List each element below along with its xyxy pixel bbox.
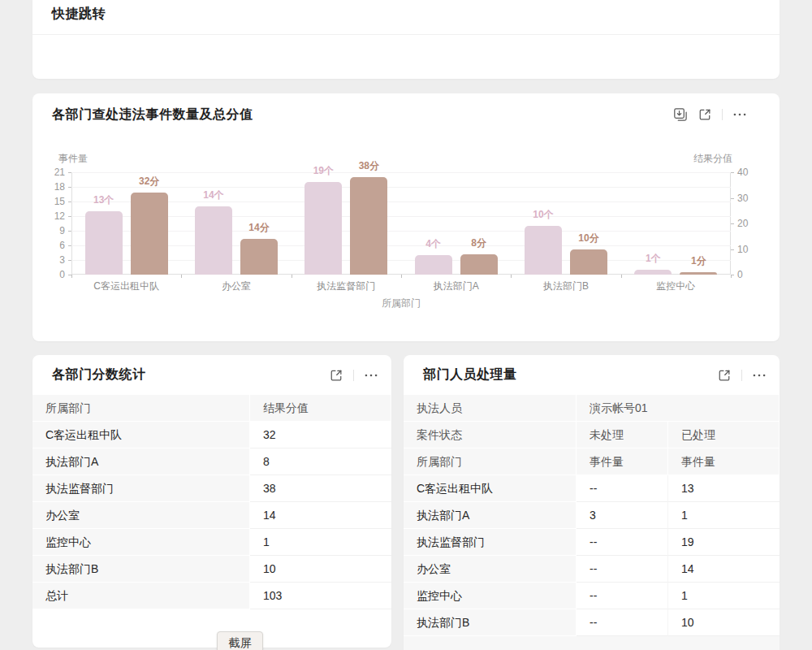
left-axis-tick: 0 <box>32 268 65 281</box>
table-cell: 32 <box>250 422 391 448</box>
chart-card: 各部门查处违法事件数量及总分值 <box>32 93 780 341</box>
left-axis-tickmark <box>68 216 71 217</box>
staff-table-partial-row <box>404 636 780 650</box>
table-header-cell: 所属部门 <box>32 395 250 422</box>
bar-事件量 <box>525 226 562 275</box>
table-header-cell: 事件量 <box>577 448 668 475</box>
category-label: C客运出租中队 <box>71 280 181 293</box>
left-axis-tickmark <box>68 202 71 202</box>
table-row: 总计103 <box>32 583 391 609</box>
table-row: 监控中心1 <box>32 529 391 556</box>
table-cell: 办公室 <box>32 502 250 529</box>
left-axis-tickmark <box>68 231 71 232</box>
table-header-cell: 案件状态 <box>404 422 577 448</box>
score-card-title: 各部门分数统计 <box>52 366 146 384</box>
right-axis-tick: 20 <box>737 217 770 230</box>
table-cell: 10 <box>668 609 780 636</box>
table-cell: 监控中心 <box>32 529 250 556</box>
x-axis-tickmark <box>511 275 512 278</box>
bar-chart: 事件量 结果分值 所属部门 03691215182101020304013个32… <box>32 93 780 341</box>
actions-divider <box>741 370 742 381</box>
bar-value-label: 13个 <box>76 193 132 206</box>
table-cell: 办公室 <box>404 556 577 583</box>
left-axis-tick: 6 <box>32 239 65 252</box>
left-axis-tick: 18 <box>32 180 65 193</box>
score-table: 所属部门结果分值C客运出租中队32执法部门A8执法监督部门38办公室14监控中心… <box>32 395 391 609</box>
table-cell: 1 <box>250 529 391 556</box>
table-row: C客运出租中队--13 <box>404 475 780 502</box>
x-axis-tickmark <box>731 275 732 278</box>
table-cell: C客运出租中队 <box>32 422 250 448</box>
table-cell: 1 <box>668 583 780 609</box>
staff-card-actions <box>717 368 767 383</box>
staff-table: 执法人员演示帐号01案件状态未处理已处理所属部门事件量事件量C客运出租中队--1… <box>404 395 780 636</box>
table-cell: 3 <box>577 502 668 529</box>
table-header-cell: 结果分值 <box>250 395 391 422</box>
table-cell: 监控中心 <box>404 583 577 609</box>
category-label: 办公室 <box>181 280 291 293</box>
table-row: 办公室14 <box>32 502 391 529</box>
more-icon[interactable] <box>752 368 767 383</box>
table-cell: -- <box>577 475 668 502</box>
bar-value-label: 14个 <box>185 188 242 202</box>
bar-结果分值 <box>350 177 387 275</box>
quick-jump-header: 快捷跳转 <box>32 0 780 35</box>
category-label: 执法部门B <box>511 280 620 293</box>
left-axis-tick: 12 <box>32 210 65 223</box>
x-axis-tickmark <box>181 275 182 278</box>
dashboard-page: 快捷跳转 各部门查处违法事件数量及总分值 <box>0 0 812 650</box>
table-row: 执法监督部门38 <box>32 475 391 502</box>
gridline <box>71 172 731 173</box>
x-axis-tickmark <box>292 275 292 278</box>
table-cell: 总计 <box>32 583 250 609</box>
table-cell: 执法部门B <box>32 556 250 583</box>
right-axis-tick: 30 <box>737 192 770 205</box>
table-cell: 103 <box>250 583 391 609</box>
expand-icon[interactable] <box>329 368 343 383</box>
bar-结果分值 <box>131 193 168 275</box>
table-header-row: 所属部门事件量事件量 <box>404 448 780 475</box>
quick-jump-card: 快捷跳转 <box>32 0 780 79</box>
bar-事件量 <box>85 211 123 275</box>
table-cell: 执法监督部门 <box>404 529 577 556</box>
bar-结果分值 <box>570 249 607 275</box>
staff-card-title: 部门人员处理量 <box>423 366 517 384</box>
category-label: 执法部门A <box>401 280 511 293</box>
expand-icon[interactable] <box>717 368 732 383</box>
table-row: C客运出租中队32 <box>32 422 391 448</box>
right-axis-title: 结果分值 <box>693 152 732 166</box>
left-axis-tick: 21 <box>32 166 65 179</box>
gridline <box>71 231 731 232</box>
bar-value-label: 32分 <box>121 175 178 188</box>
table-cell: -- <box>577 529 668 556</box>
table-header-cell: 未处理 <box>577 422 668 448</box>
staff-card-header: 部门人员处理量 <box>404 355 780 395</box>
category-label: 执法监督部门 <box>292 280 401 293</box>
left-axis-tick: 9 <box>32 224 65 237</box>
table-row: 办公室--14 <box>404 556 780 583</box>
score-card-actions <box>329 368 378 383</box>
table-cell: 8 <box>250 448 391 475</box>
table-cell: 执法部门B <box>404 609 577 636</box>
right-axis-tickmark <box>731 249 734 250</box>
table-header-cell: 所属部门 <box>404 448 577 475</box>
table-header-row: 案件状态未处理已处理 <box>404 422 780 448</box>
bar-value-label: 8分 <box>451 236 508 249</box>
left-axis-tick: 15 <box>32 195 65 208</box>
table-cell: -- <box>577 583 668 609</box>
right-axis-tickmark <box>731 198 734 199</box>
table-header-cell: 事件量 <box>668 448 780 475</box>
gridline <box>71 202 731 202</box>
screenshot-button[interactable]: 截屏 <box>217 631 263 650</box>
gridline <box>71 216 731 217</box>
x-axis-tickmark <box>621 275 622 278</box>
more-icon[interactable] <box>364 368 378 383</box>
table-header-cell: 执法人员 <box>404 395 577 422</box>
table-row: 执法部门B--10 <box>404 609 780 636</box>
table-cell: 1 <box>668 502 780 529</box>
table-row: 监控中心--1 <box>404 583 780 609</box>
table-cell: -- <box>577 556 668 583</box>
table-row: 执法部门B10 <box>32 556 391 583</box>
bar-value-label: 1分 <box>670 254 727 267</box>
table-cell: 14 <box>668 556 780 583</box>
